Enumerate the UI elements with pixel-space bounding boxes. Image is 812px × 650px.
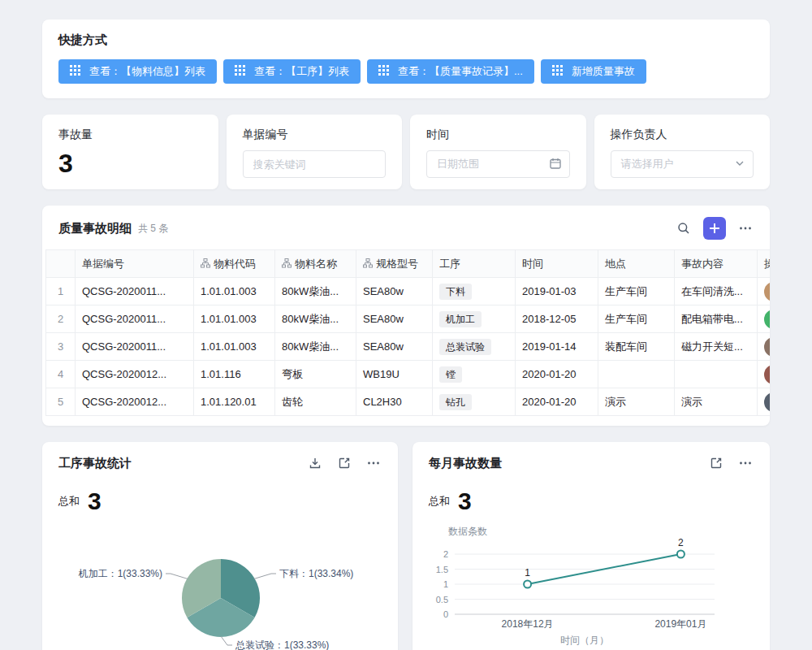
cell-material-name: 齿轮: [275, 388, 356, 416]
shortcut-view-incident-records-button[interactable]: 查看：【质量事故记录】...: [367, 59, 534, 84]
cell-place: 生产车间: [598, 306, 675, 333]
shortcut-view-material-list-button[interactable]: 查看：【物料信息】列表: [58, 59, 217, 84]
open-in-new-icon[interactable]: [336, 455, 352, 471]
table-row[interactable]: 2 QCSG-2020011... 1.01.01.003 80kW柴油... …: [46, 306, 771, 333]
cell-content: [675, 361, 758, 388]
col-label: 物料代码: [214, 258, 256, 270]
detail-table-title: 质量事故明细: [58, 221, 132, 236]
svg-text:2: 2: [678, 537, 684, 548]
incident-count-value: 3: [58, 149, 202, 178]
line-chart-title: 每月事故数量: [429, 456, 502, 471]
date-range-input[interactable]: 日期范围: [426, 150, 570, 178]
col-operator[interactable]: 操作负责人: [758, 250, 771, 278]
shortcut-view-process-list-button[interactable]: 查看：【工序】列表: [223, 59, 361, 84]
operator-select[interactable]: 请选择用户: [611, 150, 754, 178]
add-record-button[interactable]: [703, 217, 726, 240]
cell-place: [598, 361, 675, 388]
table-row[interactable]: 3 QCSG-2020011... 1.01.01.003 80kW柴油... …: [46, 333, 771, 361]
col-spec[interactable]: 规格型号: [356, 250, 433, 278]
detail-table-scroll-area[interactable]: 单据编号 物料代码 物料名称 规格型号 工序 时间 地点 事故内容 操作负责人 …: [45, 249, 770, 416]
svg-text:时间（月）: 时间（月）: [560, 635, 609, 646]
avatar: [764, 365, 770, 384]
table-toolbar: [676, 217, 754, 240]
doc-no-filter-label: 单据编号: [243, 128, 387, 142]
cell-operator: [758, 278, 771, 306]
col-time[interactable]: 时间: [516, 250, 598, 278]
col-process[interactable]: 工序: [433, 250, 516, 278]
cell-doc-no: QCSG-2020011...: [76, 278, 194, 306]
svg-text:2: 2: [443, 549, 448, 559]
pie-total-value: 3: [88, 489, 102, 514]
col-label: 物料名称: [295, 258, 337, 270]
cell-time: 2018-12-05: [516, 306, 598, 333]
cell-spec: CL2H30: [356, 388, 433, 416]
col-content[interactable]: 事故内容: [675, 250, 758, 278]
line-total: 总和 3: [429, 489, 754, 514]
detail-table-count: 共 5 条: [138, 222, 168, 236]
cell-content: 演示: [675, 388, 758, 416]
col-material-name[interactable]: 物料名称: [275, 250, 356, 278]
table-header-row: 单据编号 物料代码 物料名称 规格型号 工序 时间 地点 事故内容 操作负责人: [46, 250, 771, 278]
svg-text:1: 1: [525, 567, 530, 578]
process-tag: 总装试验: [439, 339, 491, 355]
table-row[interactable]: 5 QCSG-2020012... 1.01.120.01 齿轮 CL2H30 …: [46, 388, 771, 416]
col-doc-no[interactable]: 单据编号: [76, 250, 194, 278]
export-icon[interactable]: [307, 455, 323, 471]
cell-operator: [758, 361, 771, 388]
process-tag: 镗: [439, 366, 462, 383]
col-place[interactable]: 地点: [598, 250, 675, 278]
cell-content: 配电箱带电...: [675, 306, 758, 333]
chart-row: 工序事故统计 总和 3 下料：1(33.34%)总装试验：1(33.33%)机加…: [42, 442, 770, 650]
pie-chart-title: 工序事故统计: [58, 456, 132, 471]
chevron-down-icon: [735, 158, 745, 171]
pie-total: 总和 3: [58, 489, 382, 514]
cell-material-name: 弯板: [275, 361, 356, 388]
pie-total-label: 总和: [58, 494, 80, 509]
doc-no-input-wrap: [243, 150, 387, 178]
cell-place: 装配车间: [598, 333, 675, 361]
shortcut-label: 查看：【物料信息】列表: [89, 64, 205, 79]
shortcut-add-incident-button[interactable]: 新增质量事故: [541, 59, 646, 84]
cell-material-code: 1.01.01.003: [194, 333, 275, 361]
cell-content: 在车间清洗...: [675, 278, 758, 306]
cell-doc-no: QCSG-2020011...: [76, 306, 194, 333]
table-row[interactable]: 4 QCSG-2020012... 1.01.116 弯板 WB19U 镗 20…: [46, 361, 771, 388]
col-label: 操作负责人: [764, 258, 770, 270]
cell-material-code: 1.01.01.003: [194, 278, 275, 306]
cell-doc-no: QCSG-2020012...: [76, 388, 194, 416]
avatar: [764, 337, 770, 357]
line-total-label: 总和: [429, 494, 450, 509]
link-field-icon: [282, 258, 292, 271]
grid-icon: [378, 65, 389, 78]
open-in-new-icon[interactable]: [708, 455, 724, 471]
incident-count-label: 事故量: [58, 128, 202, 142]
col-label: 单据编号: [82, 258, 124, 270]
svg-text:总装试验：1(33.33%): 总装试验：1(33.33%): [235, 639, 329, 650]
incident-count-card: 事故量 3: [42, 115, 218, 189]
doc-no-filter-card: 单据编号: [227, 115, 403, 189]
cell-time: 2019-01-14: [516, 333, 598, 361]
cell-operator: [758, 388, 771, 416]
col-label: 事故内容: [681, 258, 723, 270]
cell-material-code: 1.01.01.003: [194, 306, 275, 333]
operator-filter-label: 操作负责人: [611, 128, 754, 142]
shortcut-label: 新增质量事故: [572, 64, 635, 79]
col-material-code[interactable]: 物料代码: [194, 250, 275, 278]
table-row[interactable]: 1 QCSG-2020011... 1.01.01.003 80kW柴油... …: [46, 278, 771, 306]
shortcuts-button-row: 查看：【物料信息】列表 查看：【工序】列表 查看：【质量事故记录】... 新增质…: [58, 59, 754, 84]
doc-no-search-input[interactable]: [243, 150, 387, 178]
col-label: 地点: [605, 258, 626, 270]
cell-time: 2020-01-20: [516, 361, 598, 388]
pie-chart-header: 工序事故统计: [42, 442, 398, 476]
more-icon[interactable]: [737, 455, 754, 471]
row-number: 2: [46, 306, 76, 333]
cell-doc-no: QCSG-2020011...: [76, 333, 194, 361]
grid-icon: [70, 65, 80, 78]
search-icon[interactable]: [676, 220, 692, 236]
svg-text:2019年01月: 2019年01月: [654, 618, 706, 630]
cell-material-code: 1.01.120.01: [194, 388, 275, 416]
cell-material-code: 1.01.116: [194, 361, 275, 388]
grid-icon: [235, 65, 245, 78]
more-icon[interactable]: [737, 220, 754, 236]
more-icon[interactable]: [365, 455, 382, 471]
